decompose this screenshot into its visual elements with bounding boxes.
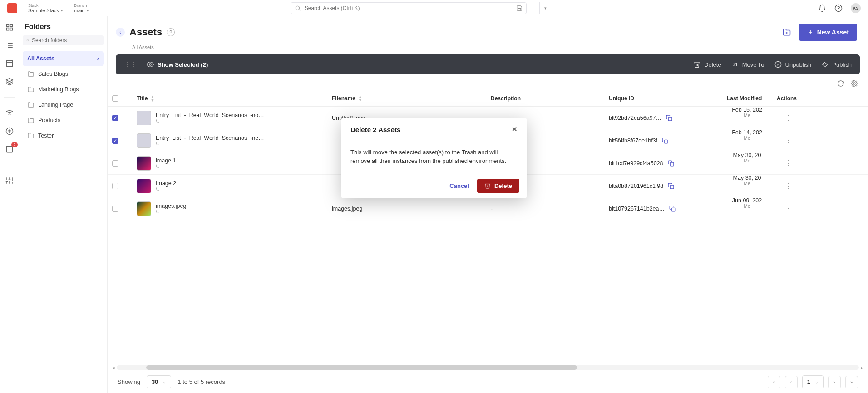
modal-body: This will move the selected asset(s) to … [341, 141, 527, 173]
modal-title: Delete 2 Assets [350, 126, 400, 133]
cancel-button[interactable]: Cancel [449, 182, 469, 189]
trash-icon [484, 182, 491, 189]
delete-confirm-dialog: Delete 2 Assets ✕ This will move the sel… [341, 118, 527, 198]
close-icon[interactable]: ✕ [512, 125, 518, 133]
confirm-delete-button[interactable]: Delete [477, 179, 519, 193]
